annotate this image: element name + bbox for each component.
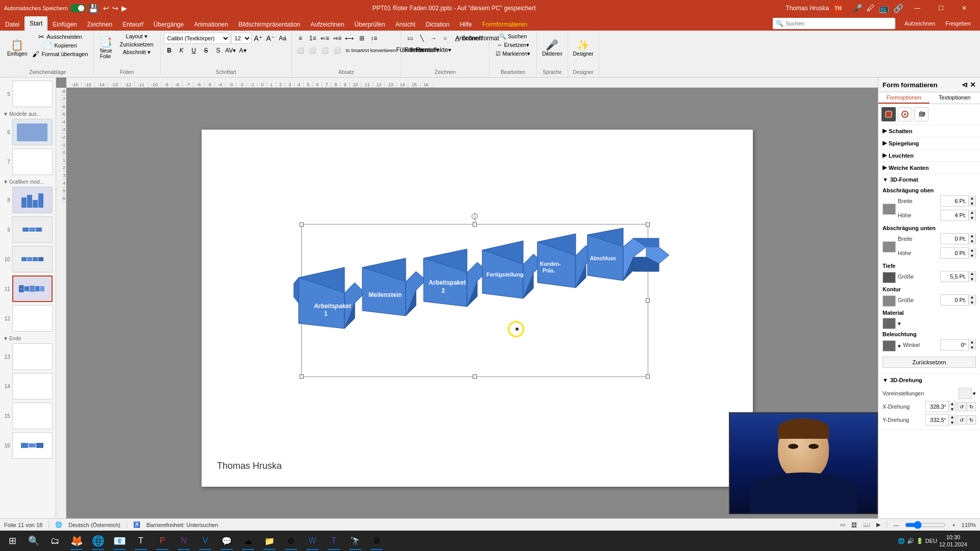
y-rotate-right-button[interactable]: ↻ (967, 415, 976, 424)
tab-ansicht[interactable]: Ansicht (390, 18, 420, 31)
kontur-spinbox[interactable]: 0 Pt. ▲ ▼ (940, 294, 976, 306)
x-drehung-down-button[interactable]: ▼ (948, 407, 955, 412)
freigeben-button[interactable]: Freigeben (940, 19, 976, 28)
search-box[interactable]: 🔍 (773, 18, 895, 29)
slide-item-14[interactable]: 14 (2, 372, 54, 400)
tab-ueberpruefen[interactable]: Überprüfen (349, 18, 390, 31)
share-icon[interactable]: 🔗 (893, 4, 903, 13)
taskbar-screen[interactable]: 🖥 (366, 531, 387, 551)
zuruecksetzen-button[interactable]: Zurücksetzen (116, 41, 157, 48)
kontur-up-button[interactable]: ▲ (968, 294, 975, 300)
panel-close-button[interactable]: ✕ (970, 81, 976, 89)
abschnitt-button[interactable]: Abschnitt ▾ (116, 48, 157, 56)
bold-button[interactable]: B (164, 45, 175, 56)
align-right-button[interactable]: ⬜ (320, 45, 331, 56)
line-spacing-button[interactable]: ↕≡ (369, 33, 380, 44)
einfuegen-button[interactable]: 📋 Einfügen (5, 33, 29, 63)
abschraegununten-breite-spinbox[interactable]: 0 Pt. ▲ ▼ (940, 233, 976, 244)
slide-item-8[interactable]: 8 (2, 186, 54, 214)
taskbar-network-icon[interactable]: 🌐 (898, 538, 905, 544)
italic-button[interactable]: K (176, 45, 187, 56)
taskbar-battery-icon[interactable]: 🔋 (916, 538, 923, 544)
start-button[interactable]: ⊞ (2, 531, 22, 551)
shape-arrow-button[interactable]: → (428, 33, 439, 44)
indent-more-button[interactable]: ⇒≡ (332, 33, 343, 44)
hoehe-oben-up-button[interactable]: ▲ (968, 210, 975, 215)
tab-einfuegen[interactable]: Einfügen (47, 18, 82, 31)
material-icon-button[interactable] (883, 318, 896, 329)
taskbar-word[interactable]: W (302, 531, 323, 551)
tab-zeichnen[interactable]: Zeichnen (82, 18, 117, 31)
font-increase-button[interactable]: A⁺ (253, 33, 264, 44)
slide-item-15[interactable]: 15 (2, 402, 54, 430)
tiefe-up-button[interactable]: ▲ (968, 271, 975, 277)
char-spacing-button[interactable]: AV▾ (225, 45, 236, 56)
slide-thumb-5[interactable] (12, 81, 53, 107)
autosave-toggle[interactable] (70, 4, 85, 12)
slide-thumb-16[interactable] (12, 432, 53, 459)
kontur-color-button[interactable] (883, 295, 896, 307)
tab-entwurf[interactable]: Entwurf (117, 18, 149, 31)
slide-item-11[interactable]: 11 A (2, 274, 54, 303)
slide-thumb-8[interactable] (12, 187, 53, 213)
voreinstellungen-button[interactable] (959, 388, 972, 399)
view-normal-button[interactable]: ▭ (840, 521, 845, 528)
justify-button[interactable]: ⬜ (332, 45, 343, 56)
slide-item-10[interactable]: 10 (2, 245, 54, 273)
abschraegungoben-breite-spinbox[interactable]: 6 Pt. ▲ ▼ (940, 195, 976, 207)
taskbar-teams[interactable]: T (131, 531, 151, 551)
rotate-handle[interactable] (472, 213, 478, 219)
beleuchtung-icon-button[interactable] (883, 340, 896, 352)
tab-animationen[interactable]: Animationen (189, 18, 233, 31)
abschraegununten-color-button[interactable] (883, 241, 896, 253)
font-size-select[interactable]: 12 (231, 33, 252, 44)
layout-button[interactable]: Layout ▾ (116, 33, 157, 40)
zuruecksetzen-3d-button[interactable]: Zurücksetzen (883, 357, 976, 368)
maximize-button[interactable]: ☐ (929, 0, 952, 16)
taskbar-settings[interactable]: ⚙ (281, 531, 301, 551)
task-view-button[interactable]: 🗂 (45, 531, 65, 551)
panel-icon-effect[interactable] (898, 107, 912, 121)
font-decrease-button[interactable]: A⁻ (265, 33, 276, 44)
voreinstellungen-dropdown[interactable]: ▾ (973, 390, 976, 397)
x-rotate-right-button[interactable]: ↻ (967, 402, 976, 411)
slide-thumb-11[interactable]: A (12, 276, 53, 302)
pen-icon[interactable]: 🖊 (867, 4, 875, 13)
minimize-button[interactable]: — (905, 0, 929, 16)
y-drehung-down-button[interactable]: ▼ (948, 420, 955, 425)
redo-icon[interactable]: ↪ (112, 4, 118, 12)
panel-icon-3d[interactable] (914, 107, 928, 121)
close-button[interactable]: ✕ (952, 0, 976, 16)
shape-line-button[interactable]: ╲ (416, 33, 427, 44)
abschraegungoben-color-button[interactable] (883, 204, 896, 215)
indent-less-button[interactable]: ⇐≡ (320, 33, 331, 44)
slide-item-5[interactable]: 5 (2, 80, 54, 108)
taskbar-onedrive[interactable]: ☁ (238, 531, 258, 551)
taskbar-explorer[interactable]: 📁 (259, 531, 280, 551)
user-avatar[interactable]: TH (832, 2, 844, 14)
shadow-button[interactable]: S (213, 45, 224, 56)
slide-item-9[interactable]: 9 (2, 215, 54, 244)
winkel-down-button[interactable]: ▼ (968, 345, 975, 350)
slide-page[interactable]: Thomas Hruska (202, 130, 753, 487)
spiegelung-header[interactable]: ▶ Spiegelung (878, 137, 980, 149)
panel-collapse-button[interactable]: ⊲ (962, 81, 968, 89)
breite-unten-down-button[interactable]: ▼ (968, 239, 975, 244)
save-icon[interactable]: 💾 (88, 4, 99, 13)
tab-start[interactable]: Start (24, 16, 47, 31)
hoehe-oben-down-button[interactable]: ▼ (968, 215, 975, 221)
tab-hilfe[interactable]: Hilfe (454, 18, 477, 31)
y-drehung-spinbox[interactable]: 332,5° ▲ ▼ (925, 414, 956, 425)
weiche-kanten-header[interactable]: ▶ Weiche Kanten (878, 162, 980, 173)
view-presenter-button[interactable]: ▶ (876, 521, 880, 528)
slide-thumb-13[interactable] (12, 343, 53, 370)
slide-thumb-15[interactable] (12, 403, 53, 429)
font-family-select[interactable]: Calibri (Textkörper) (164, 33, 230, 44)
slide-thumb-7[interactable] (12, 148, 53, 175)
slide-thumb-14[interactable] (12, 373, 53, 399)
slides-panel[interactable]: 5 ▼Modelle aus... 6 7 ▼Grafiken mod... 8 (0, 78, 56, 518)
numbered-list-button[interactable]: 1≡ (307, 33, 318, 44)
tiefe-color-button[interactable] (883, 272, 896, 283)
hoehe-unten-down-button[interactable]: ▼ (968, 253, 975, 259)
shape-oval-button[interactable]: ○ (439, 33, 451, 44)
